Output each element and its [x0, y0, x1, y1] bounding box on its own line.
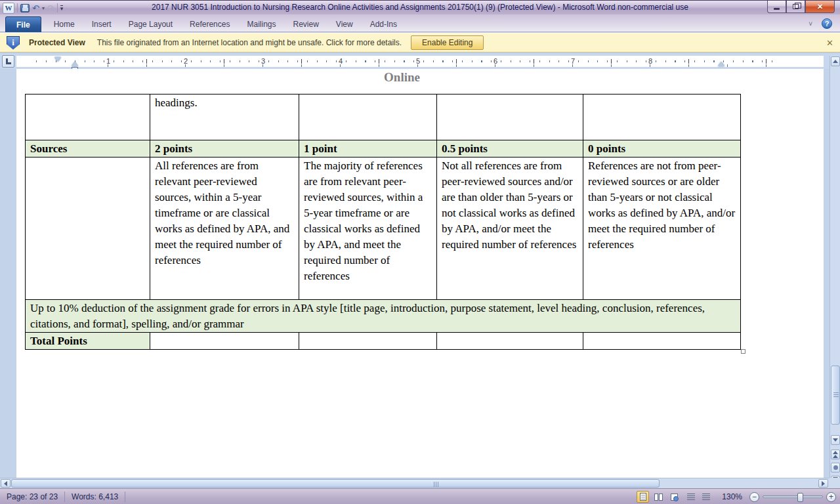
- ruler-number: 8: [646, 57, 654, 65]
- horizontal-scroll-thumb[interactable]: [11, 479, 660, 488]
- tab-view[interactable]: View: [327, 16, 362, 32]
- zoom-level-label[interactable]: 130%: [722, 492, 742, 501]
- print-layout-icon: [640, 493, 646, 501]
- tab-mailings[interactable]: Mailings: [238, 16, 284, 32]
- window-controls: ✕: [767, 1, 835, 13]
- table-cell[interactable]: [299, 333, 437, 350]
- tab-home[interactable]: Home: [45, 16, 83, 32]
- restore-button[interactable]: [786, 1, 805, 13]
- ruler-number: 5: [414, 57, 422, 65]
- ruler-number: 7: [569, 57, 577, 65]
- ruler-number: 4: [337, 57, 345, 65]
- select-browse-object-button[interactable]: [831, 463, 840, 472]
- zoom-in-button[interactable]: +: [826, 492, 836, 502]
- table-cell[interactable]: Not all references are from peer-reviewe…: [437, 158, 583, 300]
- table-cell[interactable]: [583, 94, 741, 140]
- protected-view-shield-icon: i: [7, 36, 20, 50]
- minimize-button[interactable]: [767, 1, 786, 13]
- zoom-slider[interactable]: [763, 495, 823, 498]
- document-page[interactable]: Online headings. Sources 2 points 1 poin…: [16, 69, 824, 478]
- web-layout-icon: [671, 494, 678, 501]
- tab-file[interactable]: File: [5, 16, 41, 32]
- status-bar: Page: 23 of 23 Words: 6,413 130% − +: [0, 488, 840, 504]
- help-icon[interactable]: ?: [822, 18, 832, 29]
- tab-stop-icon: [6, 58, 11, 64]
- horizontal-ruler[interactable]: 1 2 3 4 5 6 7 8: [16, 56, 824, 67]
- protected-view-label: Protected View: [29, 38, 85, 47]
- zoom-slider-handle[interactable]: [797, 493, 803, 502]
- first-line-indent-marker[interactable]: [54, 57, 61, 62]
- zoom-out-button[interactable]: −: [749, 492, 759, 502]
- full-screen-reading-view-button[interactable]: [652, 491, 665, 503]
- previous-page-button[interactable]: [831, 450, 840, 459]
- close-button[interactable]: ✕: [805, 1, 835, 13]
- rubric-table[interactable]: headings. Sources 2 points 1 point 0.5 p…: [25, 94, 741, 350]
- table-cell[interactable]: headings.: [150, 94, 299, 140]
- ribbon-tab-row: File Home Insert Page Layout References …: [0, 14, 840, 32]
- table-cell[interactable]: [26, 158, 150, 300]
- table-cell[interactable]: All references are from relevant peer-re…: [150, 158, 299, 300]
- table-cell[interactable]: [299, 94, 437, 140]
- table-header-cell[interactable]: 0.5 points: [437, 140, 583, 158]
- arrow-right-icon: [822, 481, 825, 486]
- scrollbar-corner: [830, 478, 840, 488]
- table-header-cell[interactable]: Sources: [26, 140, 150, 158]
- tab-page-layout[interactable]: Page Layout: [120, 16, 181, 32]
- scroll-right-button[interactable]: [818, 479, 828, 488]
- table-cell[interactable]: [437, 333, 583, 350]
- tab-add-ins[interactable]: Add-Ins: [362, 16, 406, 32]
- table-cell[interactable]: [583, 333, 741, 350]
- scroll-down-button[interactable]: [831, 435, 840, 445]
- deduction-cell[interactable]: Up to 10% deduction of the assignment gr…: [26, 300, 741, 333]
- ruler-mid-ticks: [146, 59, 770, 64]
- outline-icon: [687, 494, 695, 500]
- ruler-number: 2: [182, 57, 190, 65]
- table-resize-handle[interactable]: [741, 349, 746, 354]
- web-layout-view-button[interactable]: [668, 491, 681, 503]
- draft-view-button[interactable]: [700, 491, 712, 503]
- table-header-cell[interactable]: 1 point: [299, 140, 437, 158]
- document-area: Online headings. Sources 2 points 1 poin…: [0, 69, 830, 478]
- table-cell[interactable]: [26, 94, 150, 140]
- table-header-row: Sources 2 points 1 point 0.5 points 0 po…: [26, 140, 741, 158]
- arrow-up-icon: [833, 60, 838, 63]
- table-cell[interactable]: The majority of references are from rele…: [299, 158, 437, 300]
- word-count-status[interactable]: Words: 6,413: [65, 489, 125, 504]
- tab-review[interactable]: Review: [284, 16, 327, 32]
- window-title: 2017 NUR 3051 Introduction to Nursing Re…: [0, 3, 840, 12]
- protected-view-message[interactable]: This file originated from an Internet lo…: [97, 38, 402, 47]
- ribbon-collapse-icon[interactable]: ˅: [808, 20, 812, 28]
- table-header-cell[interactable]: 0 points: [583, 140, 741, 158]
- vertical-scroll-thumb[interactable]: [831, 366, 840, 425]
- tab-insert[interactable]: Insert: [83, 16, 120, 32]
- total-points-cell[interactable]: Total Points: [26, 333, 150, 350]
- draft-icon: [702, 494, 710, 500]
- horizontal-scrollbar[interactable]: [0, 478, 830, 488]
- title-bar: W ↶ ▾ ↷ ▾ 2017 NUR 3051 Introduction to …: [0, 0, 840, 14]
- full-screen-reading-icon: [654, 494, 663, 501]
- table-row: All references are from relevant peer-re…: [26, 158, 741, 300]
- outline-view-button[interactable]: [684, 491, 696, 503]
- tab-references[interactable]: References: [181, 16, 238, 32]
- arrow-down-icon: [833, 438, 838, 442]
- table-cell[interactable]: References are not from peer-reviewed so…: [583, 158, 741, 300]
- vertical-scrollbar[interactable]: [830, 56, 840, 488]
- tab-selector-button[interactable]: [2, 55, 14, 68]
- table-header-cell[interactable]: 2 points: [150, 140, 299, 158]
- table-row: Up to 10% deduction of the assignment gr…: [26, 300, 741, 333]
- scroll-up-button[interactable]: [831, 56, 840, 66]
- table-cell[interactable]: [150, 333, 299, 350]
- arrow-left-icon: [4, 481, 7, 486]
- scroll-left-button[interactable]: [1, 479, 10, 488]
- hanging-indent-marker[interactable]: [72, 62, 78, 66]
- table-row: Total Points: [26, 333, 741, 350]
- print-layout-view-button[interactable]: [637, 491, 649, 503]
- table-row: headings.: [26, 94, 741, 140]
- page-heading: Online: [16, 70, 788, 85]
- right-indent-marker[interactable]: [718, 62, 724, 66]
- enable-editing-button[interactable]: Enable Editing: [411, 35, 484, 50]
- table-cell[interactable]: [437, 94, 583, 140]
- page-count-status[interactable]: Page: 23 of 23: [0, 489, 64, 504]
- protected-view-close-icon[interactable]: ✕: [826, 39, 833, 47]
- ruler-number: 1: [104, 57, 112, 65]
